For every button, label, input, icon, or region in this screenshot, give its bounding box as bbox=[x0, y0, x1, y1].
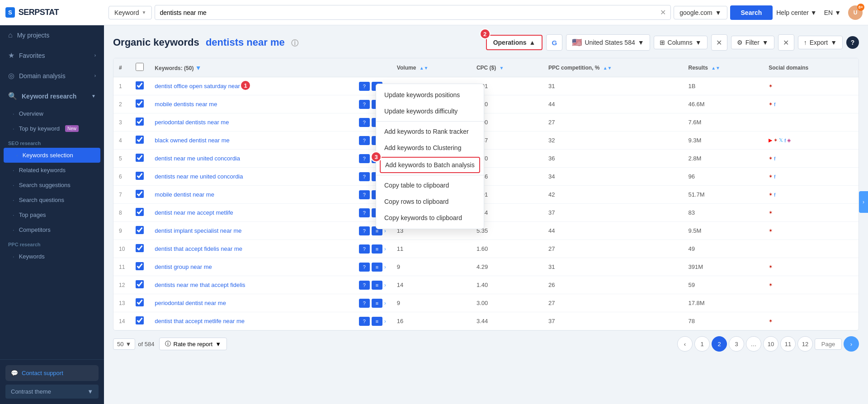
sidebar-item-keyword-research[interactable]: 🔍 Keyword research ▼ bbox=[0, 86, 104, 106]
filter-button[interactable]: ⚙ Filter ▼ bbox=[731, 36, 774, 49]
action-btn-2[interactable]: ≡ bbox=[372, 317, 382, 326]
action-btn-2[interactable]: ≡ bbox=[372, 281, 382, 290]
row-checkbox[interactable] bbox=[136, 244, 144, 252]
action-arrow[interactable]: › bbox=[384, 264, 386, 270]
rate-report-wrap[interactable]: ⓘ Rate the report ▼ bbox=[159, 338, 227, 350]
menu-update-positions[interactable]: Update keywords positions bbox=[376, 87, 484, 103]
action-arrow[interactable]: › bbox=[384, 246, 386, 252]
search-button[interactable]: Search bbox=[730, 5, 773, 20]
language-button[interactable]: EN ▼ bbox=[824, 9, 841, 16]
sidebar-item-my-projects[interactable]: ⌂ My projects bbox=[0, 25, 104, 45]
keyword-type-dropdown[interactable]: Keyword ▼ bbox=[108, 6, 152, 19]
action-btn-1[interactable]: ? bbox=[359, 136, 370, 145]
keyword-link[interactable]: dentists near me that accept fidelis bbox=[155, 282, 245, 288]
domain-selector[interactable]: google.com ▼ bbox=[674, 6, 727, 19]
action-btn-1[interactable]: ? bbox=[359, 226, 370, 235]
action-btn-1[interactable]: ? bbox=[359, 118, 370, 127]
action-arrow[interactable]: › bbox=[384, 318, 386, 324]
keyword-link[interactable]: mobile dentist near me bbox=[155, 191, 214, 198]
sidebar-item-keywords-selection[interactable]: Keywords selection bbox=[4, 148, 100, 163]
menu-copy-keywords[interactable]: Copy keywords to clipboard bbox=[376, 210, 484, 226]
sidebar-item-top-pages[interactable]: Top pages bbox=[0, 207, 104, 222]
sidebar-item-search-questions[interactable]: Search questions bbox=[0, 193, 104, 207]
select-all-checkbox[interactable] bbox=[136, 63, 144, 71]
action-btn-1[interactable]: ? bbox=[359, 299, 370, 308]
page-input[interactable] bbox=[815, 338, 842, 350]
clear-button[interactable]: ✕ bbox=[660, 8, 666, 17]
keyword-link[interactable]: dentist office open saturday near me bbox=[155, 83, 250, 89]
close-columns-button[interactable]: ✕ bbox=[711, 34, 727, 51]
menu-add-rank-tracker[interactable]: Add keywords to Rank tracker bbox=[376, 123, 484, 140]
filter-keywords-icon[interactable]: ▼ bbox=[195, 64, 202, 71]
menu-copy-rows[interactable]: Copy rows to clipboard bbox=[376, 193, 484, 210]
action-btn-1[interactable]: ? bbox=[359, 82, 370, 91]
google-button[interactable]: G bbox=[546, 34, 562, 51]
row-checkbox[interactable] bbox=[136, 208, 144, 216]
keyword-link[interactable]: mobile dentists near me bbox=[155, 101, 217, 108]
info-icon[interactable]: ⓘ bbox=[291, 39, 298, 47]
country-selector[interactable]: 🇺🇸 United States 584 ▼ bbox=[566, 34, 650, 51]
contact-support-button[interactable]: 💬 Contact support bbox=[5, 365, 99, 379]
row-checkbox[interactable] bbox=[136, 280, 144, 288]
keyword-link[interactable]: dentist implant specialist near me bbox=[155, 227, 241, 234]
page-3-button[interactable]: 3 bbox=[729, 336, 744, 352]
close-filter-button[interactable]: ✕ bbox=[778, 34, 794, 51]
action-btn-1[interactable]: ? bbox=[359, 281, 370, 290]
row-checkbox[interactable] bbox=[136, 136, 144, 144]
menu-update-difficulty[interactable]: Update keywords difficulty bbox=[376, 103, 484, 119]
keyword-link[interactable]: periodontal dentists near me bbox=[155, 119, 229, 126]
row-checkbox[interactable] bbox=[136, 117, 144, 126]
keyword-link[interactable]: dentist near me united concordia bbox=[155, 155, 240, 162]
row-checkbox[interactable] bbox=[136, 190, 144, 198]
action-btn-1[interactable]: ? bbox=[359, 100, 370, 109]
sidebar-item-domain-analysis[interactable]: ◎ Domain analysis › bbox=[0, 66, 104, 86]
sidebar-item-competitors[interactable]: Competitors bbox=[0, 222, 104, 237]
row-checkbox[interactable] bbox=[136, 262, 144, 270]
row-checkbox[interactable] bbox=[136, 81, 144, 89]
row-checkbox[interactable] bbox=[136, 298, 144, 306]
per-page-select[interactable]: 50 ▼ bbox=[113, 338, 135, 350]
menu-add-batch[interactable]: Add keywords to Batch analysis bbox=[380, 157, 480, 173]
action-btn-1[interactable]: ? bbox=[359, 208, 370, 217]
keyword-link[interactable]: dentist near me accept metlife bbox=[155, 209, 233, 216]
help-button[interactable]: ? bbox=[846, 36, 859, 49]
row-checkbox[interactable] bbox=[136, 154, 144, 162]
action-btn-2[interactable]: ≡ bbox=[372, 263, 382, 272]
sidebar-item-top-by-keyword[interactable]: Top by keyword New bbox=[0, 121, 104, 136]
keyword-link[interactable]: dentist that accept metlife near me bbox=[155, 318, 245, 324]
action-btn-1[interactable]: ? bbox=[359, 154, 370, 163]
row-checkbox[interactable] bbox=[136, 226, 144, 234]
sidebar-item-related-keywords[interactable]: Related keywords bbox=[0, 163, 104, 178]
sidebar-item-search-suggestions[interactable]: Search suggestions bbox=[0, 178, 104, 193]
page-2-button[interactable]: 2 bbox=[712, 336, 727, 352]
columns-button[interactable]: ⊞ Columns ▼ bbox=[654, 36, 708, 49]
action-btn-1[interactable]: ? bbox=[359, 190, 370, 199]
action-btn-1[interactable]: ? bbox=[359, 317, 370, 326]
menu-add-clustering[interactable]: Add keywords to Clustering bbox=[376, 140, 484, 156]
action-arrow[interactable]: › bbox=[384, 282, 386, 288]
action-btn-1[interactable]: ? bbox=[359, 172, 370, 181]
operations-button[interactable]: Operations ▲ bbox=[486, 35, 543, 50]
row-checkbox[interactable] bbox=[136, 99, 144, 108]
row-checkbox[interactable] bbox=[136, 172, 144, 180]
row-checkbox[interactable] bbox=[136, 316, 144, 324]
keyword-link[interactable]: periodontal dentist near me bbox=[155, 300, 226, 306]
keyword-link[interactable]: black owned dentist near me bbox=[155, 137, 229, 144]
prev-page-button[interactable]: ‹ bbox=[677, 336, 693, 352]
page-11-button[interactable]: 11 bbox=[780, 336, 796, 352]
menu-copy-table[interactable]: Copy table to clipboard bbox=[376, 177, 484, 193]
keyword-link[interactable]: dentists near me united concordia bbox=[155, 173, 243, 180]
page-12-button[interactable]: 12 bbox=[797, 336, 813, 352]
action-btn-2[interactable]: ≡ bbox=[372, 299, 382, 308]
page-1-button[interactable]: 1 bbox=[694, 336, 710, 352]
sidebar-item-overview[interactable]: Overview bbox=[0, 106, 104, 121]
search-input[interactable] bbox=[160, 9, 657, 16]
action-arrow[interactable]: › bbox=[384, 300, 386, 306]
avatar[interactable]: U 8+ bbox=[848, 5, 863, 20]
export-button[interactable]: ↑ Export ▼ bbox=[798, 36, 843, 49]
keyword-link[interactable]: dentist group near me bbox=[155, 263, 212, 270]
keyword-link[interactable]: dentist that accept fidelis near me bbox=[155, 245, 242, 252]
sidebar-item-favorites[interactable]: ★ Favorites › bbox=[0, 45, 104, 66]
action-btn-1[interactable]: ? bbox=[359, 263, 370, 272]
page-10-button[interactable]: 10 bbox=[763, 336, 778, 352]
